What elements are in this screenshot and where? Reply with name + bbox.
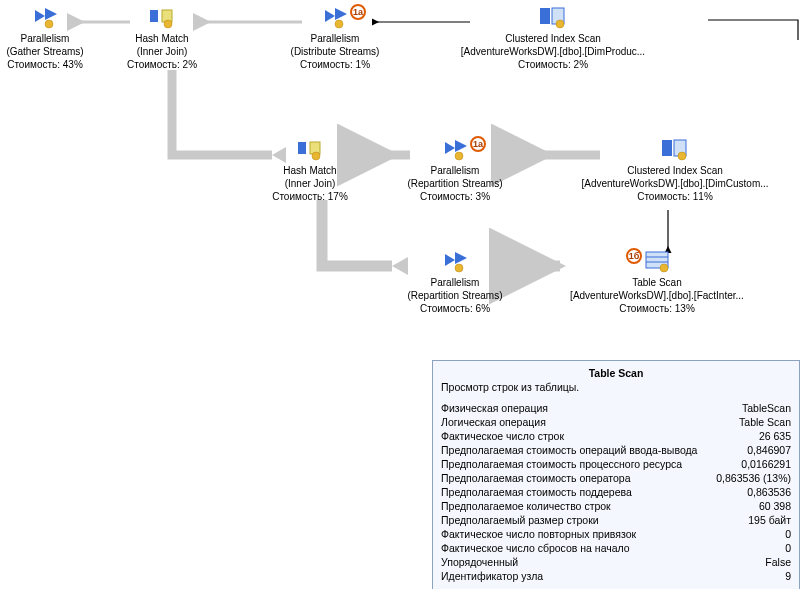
tooltip-row: Предполагаемая стоимость оператора0,8635… — [441, 471, 791, 485]
node-title: Clustered Index Scan — [438, 32, 668, 45]
node-cost: Стоимость: 17% — [230, 190, 390, 203]
tooltip-row-value: 0,863536 (13%) — [708, 471, 791, 485]
svg-point-14 — [164, 20, 172, 28]
badge-1b: 1б — [626, 248, 642, 264]
tooltip-row: Идентификатор узла9 — [441, 569, 791, 583]
node-clustered-index-scan-customer[interactable]: Clustered Index Scan [AdventureWorksDW].… — [560, 138, 790, 203]
tooltip-row: Предполагаемое количество строк60 398 — [441, 499, 791, 513]
hash-match-icon — [148, 6, 176, 30]
svg-point-36 — [660, 264, 668, 272]
tooltip-row-key: Фактическое число повторных привязок — [441, 527, 777, 541]
svg-marker-24 — [445, 142, 455, 154]
node-subtitle: (Repartition Streams) — [375, 289, 535, 302]
svg-marker-31 — [455, 252, 467, 264]
tooltip-row-value: Table Scan — [731, 415, 791, 429]
tooltip-row: Предполагаемая стоимость процессного рес… — [441, 457, 791, 471]
badge-1a: 1a — [350, 4, 366, 20]
tooltip-row: Логическая операцияTable Scan — [441, 415, 791, 429]
tooltip-row-key: Предполагаемая стоимость поддерева — [441, 485, 739, 499]
node-clustered-index-scan-product[interactable]: Clustered Index Scan [AdventureWorksDW].… — [438, 6, 668, 71]
badge-1a: 1a — [470, 136, 486, 152]
node-hash-match-2[interactable]: Hash Match (Inner Join) Стоимость: 17% — [230, 138, 390, 203]
svg-marker-30 — [445, 254, 455, 266]
svg-point-17 — [335, 20, 343, 28]
node-cost: Стоимость: 1% — [255, 58, 415, 71]
node-parallelism-repartition-2[interactable]: Parallelism (Repartition Streams) Стоимо… — [375, 250, 535, 315]
node-parallelism-repartition-1[interactable]: Parallelism (Repartition Streams) Стоимо… — [375, 138, 535, 203]
node-cost: Стоимость: 2% — [438, 58, 668, 71]
svg-rect-18 — [540, 8, 550, 24]
node-hash-match-1[interactable]: Hash Match (Inner Join) Стоимость: 2% — [82, 6, 242, 71]
svg-point-32 — [455, 264, 463, 272]
tooltip-row: Предполагаемая стоимость поддерева0,8635… — [441, 485, 791, 499]
svg-point-26 — [455, 152, 463, 160]
svg-point-20 — [556, 20, 564, 28]
node-table-scan[interactable]: Table Scan [AdventureWorksDW].[dbo].[Fac… — [542, 250, 772, 315]
node-title: Table Scan — [542, 276, 772, 289]
node-subtitle: [AdventureWorksDW].[dbo].[FactInter... — [542, 289, 772, 302]
tooltip-row: Предполагаемая стоимость операций ввода-… — [441, 443, 791, 457]
tooltip-row: Фактическое число повторных привязок0 — [441, 527, 791, 541]
svg-point-11 — [45, 20, 53, 28]
tooltip-row-key: Физическая операция — [441, 401, 734, 415]
tooltip-row-key: Идентификатор узла — [441, 569, 777, 583]
node-title: Parallelism — [375, 276, 535, 289]
svg-point-29 — [678, 152, 686, 160]
hash-match-icon — [296, 138, 324, 162]
node-title: Parallelism — [255, 32, 415, 45]
tooltip-row-key: Предполагаемая стоимость процессного рес… — [441, 457, 733, 471]
node-parallelism-distribute[interactable]: Parallelism (Distribute Streams) Стоимос… — [255, 6, 415, 71]
tooltip-row-value: 195 байт — [740, 513, 791, 527]
tooltip-row-value: 9 — [777, 569, 791, 583]
node-subtitle: (Inner Join) — [230, 177, 390, 190]
node-cost: Стоимость: 11% — [560, 190, 790, 203]
svg-marker-16 — [335, 8, 347, 20]
svg-rect-12 — [150, 10, 158, 22]
tooltip-row-value: 0 — [777, 541, 791, 555]
tooltip-row: Фактическое число строк26 635 — [441, 429, 791, 443]
svg-marker-25 — [455, 140, 467, 152]
node-subtitle: [AdventureWorksDW].[dbo].[DimProduc... — [438, 45, 668, 58]
tooltip-row-value: 0 — [777, 527, 791, 541]
svg-marker-15 — [325, 10, 335, 22]
node-cost: Стоимость: 3% — [375, 190, 535, 203]
node-subtitle: (Inner Join) — [82, 45, 242, 58]
tooltip-row: Фактическое число сбросов на начало0 — [441, 541, 791, 555]
tooltip-row-value: TableScan — [734, 401, 791, 415]
tooltip-row-value: 26 635 — [751, 429, 791, 443]
svg-point-23 — [312, 152, 320, 160]
tooltip-row-value: 0,846907 — [739, 443, 791, 457]
tooltip-rows: Физическая операцияTableScanЛогическая о… — [441, 401, 791, 583]
tooltip-row-value: 0,0166291 — [733, 457, 791, 471]
operator-tooltip: Table Scan Просмотр строк из таблицы. Фи… — [432, 360, 800, 589]
parallelism-icon — [441, 250, 469, 274]
tooltip-row: УпорядоченныйFalse — [441, 555, 791, 569]
svg-rect-27 — [662, 140, 672, 156]
node-subtitle: [AdventureWorksDW].[dbo].[DimCustom... — [560, 177, 790, 190]
tooltip-row: Предполагаемый размер строки195 байт — [441, 513, 791, 527]
parallelism-icon — [441, 138, 469, 162]
tooltip-row-key: Фактическое число сбросов на начало — [441, 541, 777, 555]
tooltip-description: Просмотр строк из таблицы. — [441, 381, 791, 393]
tooltip-row-key: Предполагаемый размер строки — [441, 513, 740, 527]
node-subtitle: (Distribute Streams) — [255, 45, 415, 58]
tooltip-row-value: 60 398 — [751, 499, 791, 513]
svg-marker-10 — [45, 8, 57, 20]
node-title: Clustered Index Scan — [560, 164, 790, 177]
node-title: Parallelism — [375, 164, 535, 177]
svg-marker-9 — [35, 10, 45, 22]
tooltip-row-value: False — [757, 555, 791, 569]
node-cost: Стоимость: 2% — [82, 58, 242, 71]
tooltip-row-key: Предполагаемая стоимость операций ввода-… — [441, 443, 739, 457]
tooltip-row-key: Упорядоченный — [441, 555, 757, 569]
node-subtitle: (Repartition Streams) — [375, 177, 535, 190]
node-title: Hash Match — [82, 32, 242, 45]
clustered-index-scan-icon — [660, 138, 690, 162]
tooltip-title: Table Scan — [441, 367, 791, 379]
tooltip-row: Физическая операцияTableScan — [441, 401, 791, 415]
svg-rect-21 — [298, 142, 306, 154]
tooltip-row-key: Предполагаемая стоимость оператора — [441, 471, 708, 485]
node-title: Hash Match — [230, 164, 390, 177]
parallelism-icon — [321, 6, 349, 30]
clustered-index-scan-icon — [538, 6, 568, 30]
